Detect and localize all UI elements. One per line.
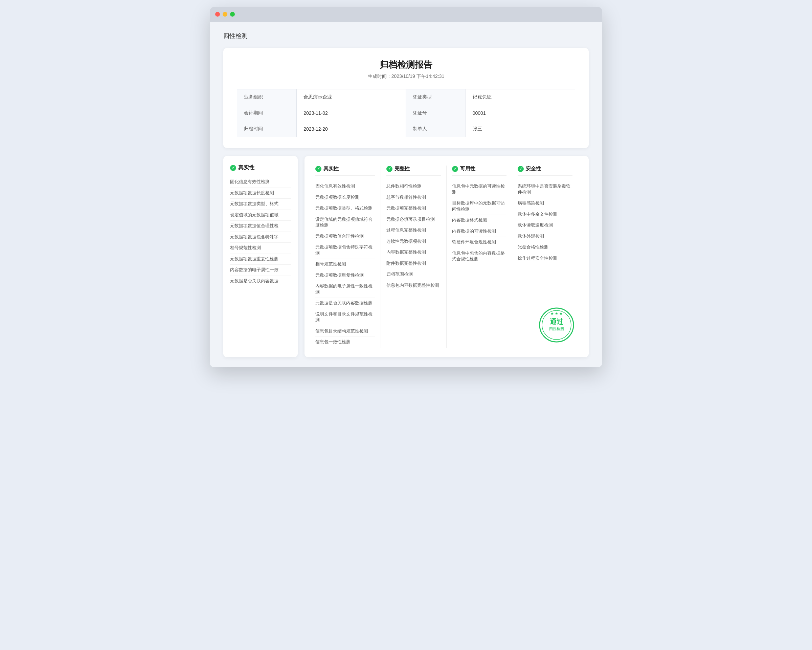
field-value: 2023-12-20 (297, 121, 406, 137)
list-item: 信息包目录结构规范性检测 (315, 326, 375, 337)
report-card: 归档检测报告 生成时间：2023/10/19 下午14:42:31 业务组织 合… (223, 48, 589, 148)
stamp: 通过 四性检测 ★ ★ ★ (538, 306, 575, 344)
list-item: 元数据是否关联内容数据检测 (315, 298, 375, 309)
list-item: 内容数据的电子属性一致 (230, 265, 291, 276)
field-value2: 记账凭证 (466, 89, 575, 105)
check-icon: ✓ (452, 166, 458, 172)
list-item: 目标数据库中的元数据可访问性检测 (452, 198, 507, 215)
check-column: ✓可用性信息包中元数据的可读性检测目标数据库中的元数据可访问性检测内容数据格式检… (447, 165, 512, 348)
list-item: 固化信息有效性检测 (230, 177, 291, 188)
table-row: 业务组织 合思演示企业 凭证类型 记账凭证 (237, 89, 575, 105)
list-item: 操作过程安全性检测 (517, 253, 572, 264)
main-window: 四性检测 归档检测报告 生成时间：2023/10/19 下午14:42:31 业… (210, 7, 602, 367)
list-item: 固化信息有效性检测 (315, 181, 375, 192)
list-item: 元数据项数据类型、格式 (230, 199, 291, 210)
list-item: 档号规范性检测 (230, 243, 291, 254)
list-item: 档号规范性检测 (315, 259, 375, 270)
titlebar (210, 7, 602, 22)
column-title: 完整性 (394, 165, 410, 172)
list-item: 系统环境中是否安装杀毒软件检测 (517, 181, 572, 198)
list-item: 归档范围检测 (386, 269, 441, 280)
list-item: 附件数据完整性检测 (386, 258, 441, 269)
svg-text:★ ★ ★: ★ ★ ★ (551, 312, 563, 315)
right-panel: ✓真实性固化信息有效性检测元数据项数据长度检测元数据项数据类型、格式检测设定值域… (304, 156, 589, 357)
list-item: 内容数据完整性检测 (386, 247, 441, 258)
field-label: 归档时间 (237, 121, 297, 137)
list-item: 元数据项数值合理性检测 (315, 231, 375, 242)
time-value: 2023/10/19 下午14:42:31 (391, 73, 444, 79)
content-area: 四性检测 归档检测报告 生成时间：2023/10/19 下午14:42:31 业… (210, 22, 602, 367)
list-item: 病毒感染检测 (517, 198, 572, 209)
list-item: 连续性元数据项检测 (386, 236, 441, 248)
list-item: 信息包内容数据完整性检测 (386, 280, 441, 291)
left-panel-title-text: 真实性 (238, 164, 255, 171)
list-item: 元数据项数据类型、格式检测 (315, 203, 375, 214)
list-item: 载体外观检测 (517, 231, 572, 242)
field-value2: 张三 (466, 121, 575, 137)
list-item: 光盘合格性检测 (517, 242, 572, 253)
column-title: 可用性 (460, 165, 475, 172)
list-item: 元数据项完整性检测 (386, 203, 441, 214)
column-header: ✓可用性 (452, 165, 507, 176)
maximize-button[interactable] (230, 12, 235, 17)
list-item: 信息包一致性检测 (315, 337, 375, 348)
info-table: 业务组织 合思演示企业 凭证类型 记账凭证 会计期间 2023-11-02 凭证… (237, 89, 575, 137)
report-title: 归档检测报告 (237, 59, 575, 71)
list-item: 设定值域的元数据项值域 (230, 210, 291, 221)
column-title: 真实性 (324, 165, 339, 172)
field-label2: 凭证号 (406, 105, 466, 121)
check-column: ✓完整性总件数相符性检测总字节数相符性检测元数据项完整性检测元数据必填著录项目检… (381, 165, 447, 348)
column-header: ✓真实性 (315, 165, 375, 176)
check-icon: ✓ (386, 166, 392, 172)
left-panel-title: ✓ 真实性 (230, 164, 291, 171)
list-item: 元数据项数据值合理性检 (230, 221, 291, 232)
list-item: 内容数据的电子属性一致性检测 (315, 281, 375, 298)
field-value: 2023-11-02 (297, 105, 406, 121)
check-icon: ✓ (315, 166, 321, 172)
svg-text:通过: 通过 (550, 318, 564, 325)
field-label: 业务组织 (237, 89, 297, 105)
list-item: 说明文件和目录文件规范性检测 (315, 309, 375, 326)
list-item: 载体中多余文件检测 (517, 209, 572, 220)
field-value2: 00001 (466, 105, 575, 121)
list-item: 总件数相符性检测 (386, 181, 441, 192)
field-label: 会计期间 (237, 105, 297, 121)
list-item: 内容数据的可读性检测 (452, 226, 507, 237)
column-header: ✓安全性 (517, 165, 572, 176)
check-column: ✓真实性固化信息有效性检测元数据项数据长度检测元数据项数据类型、格式检测设定值域… (315, 165, 381, 348)
list-item: 元数据项数据重复性检测 (315, 270, 375, 281)
list-item: 载体读取速度检测 (517, 220, 572, 231)
list-item: 元数据项数据长度检测 (315, 192, 375, 203)
time-label: 生成时间： (368, 73, 391, 79)
field-label2: 制单人 (406, 121, 466, 137)
list-item: 信息包中元数据的可读性检测 (452, 181, 507, 198)
check-icon: ✓ (517, 166, 524, 172)
check-icon: ✓ (230, 165, 236, 171)
bottom-section: ✓ 真实性 固化信息有效性检测元数据项数据长度检测元数据项数据类型、格式设定值域… (223, 156, 589, 357)
list-item: 元数据是否关联内容数据 (230, 276, 291, 287)
svg-text:四性检测: 四性检测 (549, 327, 564, 331)
column-title: 安全性 (526, 165, 541, 172)
list-item: 元数据项数据包含特殊字符检测 (315, 242, 375, 259)
list-item: 内容数据格式检测 (452, 215, 507, 226)
table-row: 会计期间 2023-11-02 凭证号 00001 (237, 105, 575, 121)
minimize-button[interactable] (223, 12, 227, 17)
field-label2: 凭证类型 (406, 89, 466, 105)
list-item: 元数据项数据重复性检测 (230, 254, 291, 265)
list-item: 设定值域的元数据项值域符合度检测 (315, 214, 375, 231)
table-row: 归档时间 2023-12-20 制单人 张三 (237, 121, 575, 137)
list-item: 元数据项数据包含特殊字 (230, 232, 291, 243)
list-item: 软硬件环境合规性检测 (452, 237, 507, 248)
list-item: 总字节数相符性检测 (386, 192, 441, 203)
list-item: 元数据必填著录项目检测 (386, 214, 441, 225)
column-header: ✓完整性 (386, 165, 441, 176)
left-panel: ✓ 真实性 固化信息有效性检测元数据项数据长度检测元数据项数据类型、格式设定值域… (223, 156, 298, 357)
report-time: 生成时间：2023/10/19 下午14:42:31 (237, 73, 575, 80)
list-item: 信息包中包含的内容数据格式合规性检测 (452, 248, 507, 265)
page-title: 四性检测 (223, 32, 589, 40)
list-item: 过程信息完整性检测 (386, 225, 441, 236)
close-button[interactable] (215, 12, 220, 17)
field-value: 合思演示企业 (297, 89, 406, 105)
left-panel-items: 固化信息有效性检测元数据项数据长度检测元数据项数据类型、格式设定值域的元数据项值… (230, 177, 291, 286)
list-item: 元数据项数据长度检测 (230, 188, 291, 199)
